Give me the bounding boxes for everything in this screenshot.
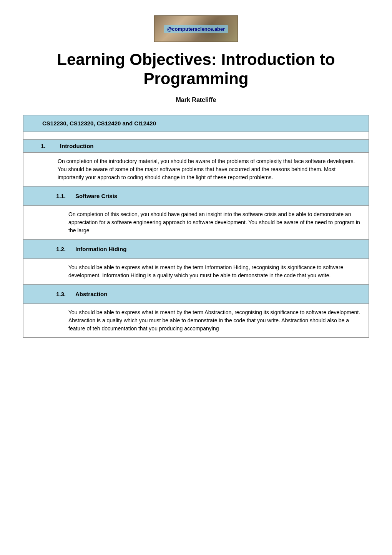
sub-left-spacer-1: [41, 190, 51, 202]
author-name: Mark Ratcliffe: [23, 97, 369, 103]
subsection-1-1-content-text: On completion of this section, you shoul…: [62, 206, 369, 239]
sub-content-spacer-3: [36, 304, 47, 337]
logo-image: @computerscience.aber: [154, 15, 238, 42]
subsection-1-3-header-cell: 1.3. Abstraction: [36, 284, 369, 303]
section-1-num: 1.: [41, 143, 60, 149]
subsection-1-2-num: 1.2.: [51, 243, 71, 255]
subsection-1-3-content-cell: You should be able to express what is me…: [36, 303, 369, 337]
section-1-content-left: [23, 152, 36, 186]
section-1-header-cell: 1. Introduction: [36, 139, 369, 152]
subsection-1-3-content-left: [23, 303, 36, 337]
section-1-content-cell: On completion of the introductory materi…: [36, 152, 369, 186]
subsection-1-1-num: 1.1.: [51, 190, 71, 202]
subsection-1-2-header-row: 1.2. Information Hiding: [23, 239, 369, 258]
subsection-1-2-content-row: You should be able to express what is me…: [23, 258, 369, 284]
subsection-1-2-left-marker: [23, 239, 36, 258]
spacer-right: [36, 132, 369, 139]
section-1-content-text: On completion of the introductory materi…: [51, 153, 369, 186]
subsection-1-1-content-cell: On completion of this section, you shoul…: [36, 205, 369, 239]
subsection-1-2-content-cell: You should be able to express what is me…: [36, 258, 369, 284]
subsection-1-3-header-row: 1.3. Abstraction: [23, 284, 369, 303]
spacer-left: [23, 132, 36, 139]
subsection-1-3-title: Abstraction: [71, 288, 364, 300]
spacer-row: [23, 132, 369, 139]
course-header-row: CS12230, CS12320, CS12420 and CI12420: [23, 115, 369, 132]
course-codes: CS12230, CS12320, CS12420 and CI12420: [42, 120, 156, 127]
course-codes-cell: CS12230, CS12320, CS12420 and CI12420: [36, 115, 369, 132]
subsection-1-3-content-row: You should be able to express what is me…: [23, 303, 369, 337]
logo-container: @computerscience.aber: [23, 15, 369, 42]
subsection-1-1-title: Software Crisis: [71, 190, 364, 202]
section-1-content-row: On completion of the introductory materi…: [23, 152, 369, 186]
left-marker-1: [23, 115, 36, 132]
subsection-1-1-left-marker: [23, 186, 36, 205]
subsection-1-2-content-text: You should be able to express what is me…: [62, 259, 369, 284]
subsection-1-1-header-cell: 1.1. Software Crisis: [36, 186, 369, 205]
section-1-content-spacer: [36, 153, 51, 186]
sub-left-spacer-3: [41, 288, 51, 300]
section-1-left-marker: [23, 139, 36, 152]
sub-content-num-spacer-1: [47, 206, 62, 239]
subsection-1-2-content-left: [23, 258, 36, 284]
subsection-1-3-content-text: You should be able to express what is me…: [62, 304, 369, 337]
sub-content-num-spacer-3: [47, 304, 62, 337]
section-1-title: Introduction: [60, 143, 364, 149]
sub-content-spacer-2: [36, 259, 47, 284]
subsection-1-1-content-left: [23, 205, 36, 239]
subsection-1-3-left-marker: [23, 284, 36, 303]
sub-content-spacer-1: [36, 206, 47, 239]
sub-content-num-spacer-2: [47, 259, 62, 284]
section-1-header-row: 1. Introduction: [23, 139, 369, 152]
logo-text: @computerscience.aber: [164, 25, 228, 33]
subsection-1-1-header-row: 1.1. Software Crisis: [23, 186, 369, 205]
subsection-1-3-num: 1.3.: [51, 288, 71, 300]
page-title: Learning Objectives: Introduction to Pro…: [23, 50, 369, 89]
sub-left-spacer-2: [41, 243, 51, 255]
content-table: CS12230, CS12320, CS12420 and CI12420 1.…: [23, 115, 369, 338]
subsection-1-2-header-cell: 1.2. Information Hiding: [36, 239, 369, 258]
subsection-1-2-title: Information Hiding: [71, 243, 364, 255]
subsection-1-1-content-row: On completion of this section, you shoul…: [23, 205, 369, 239]
